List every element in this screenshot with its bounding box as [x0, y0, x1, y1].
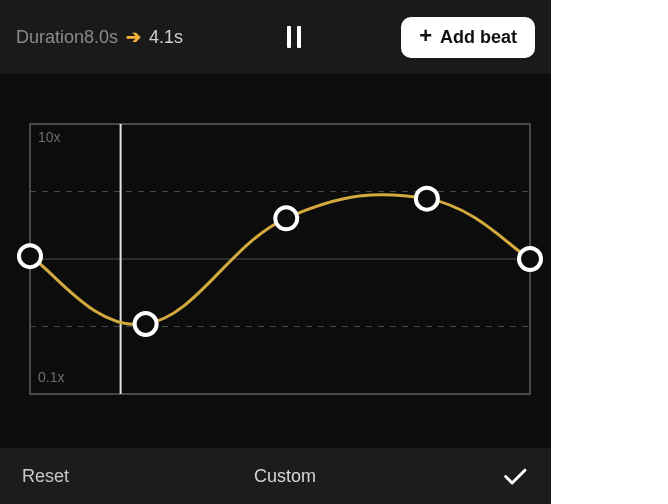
reset-button[interactable]: Reset — [22, 466, 69, 487]
beat-handle[interactable] — [19, 245, 41, 267]
topbar: Duration8.0s ➔ 4.1s + Add beat — [0, 0, 551, 74]
bottombar: Reset Custom — [0, 448, 551, 504]
speed-curve-svg[interactable]: 10x0.1x — [0, 74, 551, 448]
svg-text:0.1x: 0.1x — [38, 369, 64, 385]
confirm-button[interactable] — [501, 462, 529, 490]
speed-curve-chart[interactable]: 10x0.1x — [0, 74, 551, 448]
speed-editor-panel: Duration8.0s ➔ 4.1s + Add beat 10x0.1x R… — [0, 0, 551, 504]
beat-handle[interactable] — [275, 207, 297, 229]
beat-handle[interactable] — [519, 248, 541, 270]
check-icon — [501, 462, 529, 490]
mode-label: Custom — [254, 466, 316, 487]
beat-handle[interactable] — [135, 313, 157, 335]
beat-handle[interactable] — [416, 188, 438, 210]
duration-current: 4.1s — [149, 27, 183, 48]
duration-indicator: Duration8.0s ➔ 4.1s — [16, 26, 183, 48]
duration-label: Duration8.0s — [16, 27, 118, 48]
add-beat-label: Add beat — [440, 27, 517, 48]
pause-button[interactable] — [287, 26, 301, 48]
arrow-right-icon: ➔ — [126, 26, 141, 48]
pause-icon — [287, 26, 291, 48]
svg-text:10x: 10x — [38, 129, 61, 145]
pause-icon — [297, 26, 301, 48]
add-beat-button[interactable]: + Add beat — [401, 17, 535, 58]
